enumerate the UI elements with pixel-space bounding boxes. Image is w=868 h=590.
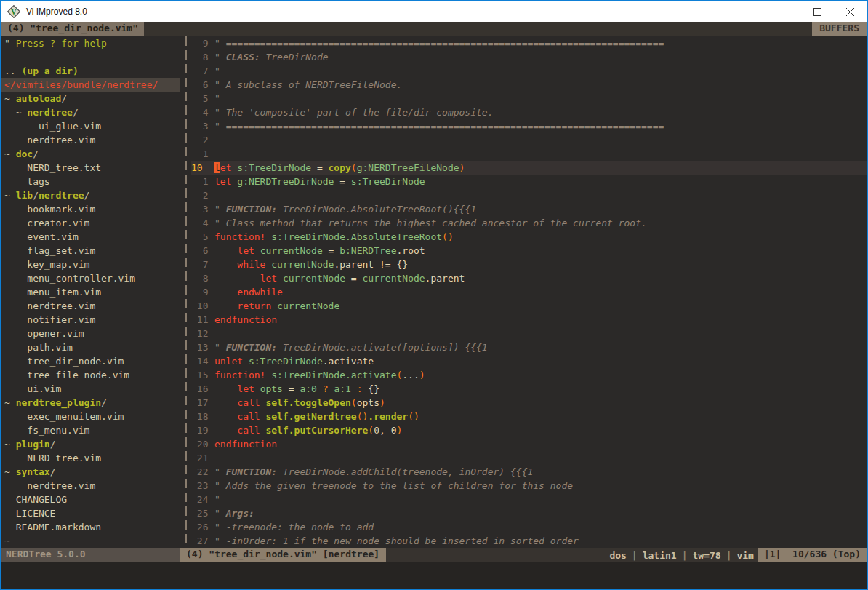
- line-number: 26: [191, 520, 214, 534]
- buffers-label[interactable]: BUFFERS: [812, 22, 867, 36]
- editor-line[interactable]: 16 let opts = a:0 ? a:1 : {}: [191, 382, 867, 396]
- editor-cursor-line[interactable]: 10 let s:TreeDirNode = copy(g:NERDTreeFi…: [191, 161, 867, 175]
- line-number: 10: [191, 161, 214, 175]
- nerdtree-line[interactable]: menu_item.vim: [4, 285, 180, 299]
- editor-line[interactable]: 9 " ====================================…: [191, 36, 867, 50]
- nerdtree-line[interactable]: ~ plugin/: [4, 437, 180, 451]
- editor-line[interactable]: 13 " FUNCTION: TreeDirNode.activate([opt…: [191, 340, 867, 354]
- editor-line[interactable]: 5 ": [191, 92, 867, 105]
- line-number: 9: [191, 285, 214, 299]
- nerdtree-line[interactable]: nerdtree.vim: [4, 133, 180, 147]
- nerdtree-line[interactable]: LICENCE: [4, 506, 180, 520]
- editor-line[interactable]: 5 function! s:TreeDirNode.AbsoluteTreeRo…: [191, 230, 867, 244]
- maximize-icon: [813, 8, 821, 16]
- editor-line[interactable]: 10 return currentNode: [191, 299, 867, 313]
- editor-line[interactable]: 24 ": [191, 493, 867, 506]
- nerdtree-line[interactable]: fs_menu.vim: [4, 423, 180, 437]
- editor-line[interactable]: 12: [191, 327, 867, 340]
- nerdtree-line[interactable]: .. (up a dir): [4, 64, 180, 78]
- nerdtree-line[interactable]: tags: [4, 175, 180, 188]
- editor-line[interactable]: 22 " FUNCTION: TreeDirNode.addChild(tree…: [191, 465, 867, 479]
- close-button[interactable]: [834, 1, 867, 22]
- nerdtree-root-path[interactable]: </vimfiles/bundle/nerdtree/: [1, 78, 180, 92]
- nerdtree-line[interactable]: ui.vim: [4, 382, 180, 396]
- editor-line[interactable]: 1: [191, 147, 867, 161]
- editor-line[interactable]: 9 endwhile: [191, 285, 867, 299]
- nerdtree-line[interactable]: opener.vim: [4, 327, 180, 340]
- editor-line[interactable]: 2: [191, 188, 867, 202]
- statusline-options: dos | latin1 | tw=78 | vim: [609, 548, 754, 562]
- statusline-textwidth: tw=78: [692, 550, 720, 561]
- nerdtree-line[interactable]: tree_file_node.vim: [4, 368, 180, 382]
- nerdtree-line[interactable]: nerdtree.vim: [4, 299, 180, 313]
- line-number: 2: [191, 133, 214, 147]
- nerdtree-line[interactable]: ~ autoload/: [4, 92, 180, 105]
- line-number: 22: [191, 465, 214, 479]
- nerdtree-line[interactable]: ~: [4, 534, 180, 548]
- nerdtree-line[interactable]: ~ nerdtree_plugin/: [4, 396, 180, 410]
- command-line[interactable]: [1, 562, 867, 589]
- nerdtree-line[interactable]: exec_menuitem.vim: [4, 410, 180, 423]
- editor-line[interactable]: 8 let currentNode = currentNode.parent: [191, 271, 867, 285]
- editor-line[interactable]: 4 " The 'composite' part of the file/dir…: [191, 105, 867, 119]
- nerdtree-line[interactable]: ui_glue.vim: [4, 119, 180, 133]
- editor-line[interactable]: 3 " FUNCTION: TreeDirNode.AbsoluteTreeRo…: [191, 202, 867, 216]
- editor-line[interactable]: 3 " ====================================…: [191, 119, 867, 133]
- nerdtree-line[interactable]: " Press ? for help: [4, 36, 180, 50]
- editor-line[interactable]: 6 " A subclass of NERDTreeFileNode.: [191, 78, 867, 92]
- nerdtree-statusline: NERDTree 5.0.0: [1, 548, 180, 562]
- nerdtree-line[interactable]: tree_dir_node.vim: [4, 354, 180, 368]
- editor-buffer[interactable]: 9 " ====================================…: [191, 36, 867, 548]
- nerdtree-line[interactable]: ~ doc/: [4, 147, 180, 161]
- nerdtree-line[interactable]: event.vim: [4, 230, 180, 244]
- editor-line[interactable]: 7 while currentNode.parent != {}: [191, 258, 867, 271]
- editor-line[interactable]: 1 let g:NERDTreeDirNode = s:TreeDirNode: [191, 175, 867, 188]
- line-number: 18: [191, 410, 214, 423]
- editor-line[interactable]: 7 ": [191, 64, 867, 78]
- editor-line[interactable]: 11 endfunction: [191, 313, 867, 327]
- editor-line[interactable]: 19 call self.putCursorHere(0, 0): [191, 423, 867, 437]
- editor-line[interactable]: 23 " Adds the given treenode to the list…: [191, 479, 867, 493]
- nerdtree-line[interactable]: NERD_tree.txt: [4, 161, 180, 175]
- editor-line[interactable]: 18 call self.getNerdtree().render(): [191, 410, 867, 423]
- nerdtree-line[interactable]: README.markdown: [4, 520, 180, 534]
- nerdtree-line[interactable]: NERD_tree.vim: [4, 451, 180, 465]
- minimize-button[interactable]: [768, 1, 801, 22]
- nerdtree-line[interactable]: [4, 50, 180, 64]
- editor-line[interactable]: 14 unlet s:TreeDirNode.activate: [191, 354, 867, 368]
- titlebar: V Vi IMproved 8.0: [1, 1, 867, 22]
- maximize-button[interactable]: [801, 1, 834, 22]
- editor-line[interactable]: 26 " -treenode: the node to add: [191, 520, 867, 534]
- nerdtree-line[interactable]: notifier.vim: [4, 313, 180, 327]
- nerdtree-line[interactable]: bookmark.vim: [4, 202, 180, 216]
- editor-line[interactable]: 15 function! s:TreeDirNode.activate(...): [191, 368, 867, 382]
- nerdtree-line[interactable]: ~ lib/nerdtree/: [4, 188, 180, 202]
- line-number: 15: [191, 368, 214, 382]
- editor-line[interactable]: 6 let currentNode = b:NERDTree.root: [191, 244, 867, 258]
- nerdtree-line[interactable]: flag_set.vim: [4, 244, 180, 258]
- nerdtree-line[interactable]: ~ nerdtree/: [4, 105, 180, 119]
- nerdtree-line[interactable]: menu_controller.vim: [4, 271, 180, 285]
- line-number: 4: [191, 105, 214, 119]
- nerdtree-line[interactable]: creator.vim: [4, 216, 180, 230]
- line-number: 5: [191, 230, 214, 244]
- editor-line[interactable]: 20 endfunction: [191, 437, 867, 451]
- line-number: 10: [191, 299, 214, 313]
- nerdtree-line[interactable]: ~ syntax/: [4, 465, 180, 479]
- nerdtree-line[interactable]: nerdtree.vim: [4, 479, 180, 493]
- tab-tree-dir-node[interactable]: (4) "tree_dir_node.vim": [1, 22, 144, 36]
- nerdtree-line[interactable]: key_map.vim: [4, 258, 180, 271]
- nerdtree-sidebar[interactable]: " Press ? for help.. (up a dir)</vimfile…: [1, 36, 180, 548]
- line-number: 1: [191, 147, 214, 161]
- nerdtree-line[interactable]: path.vim: [4, 340, 180, 354]
- editor-line[interactable]: 25 " Args:: [191, 506, 867, 520]
- window-split-separator[interactable]: [180, 36, 191, 548]
- line-number: 8: [191, 271, 214, 285]
- editor-line[interactable]: 17 call self.toggleOpen(opts): [191, 396, 867, 410]
- editor-line[interactable]: 27 " -inOrder: 1 if the new node should …: [191, 534, 867, 548]
- editor-line[interactable]: 2: [191, 133, 867, 147]
- editor-line[interactable]: 21: [191, 451, 867, 465]
- editor-line[interactable]: 4 " Class method that returns the highes…: [191, 216, 867, 230]
- nerdtree-line[interactable]: CHANGELOG: [4, 493, 180, 506]
- editor-line[interactable]: 8 " CLASS: TreeDirNode: [191, 50, 867, 64]
